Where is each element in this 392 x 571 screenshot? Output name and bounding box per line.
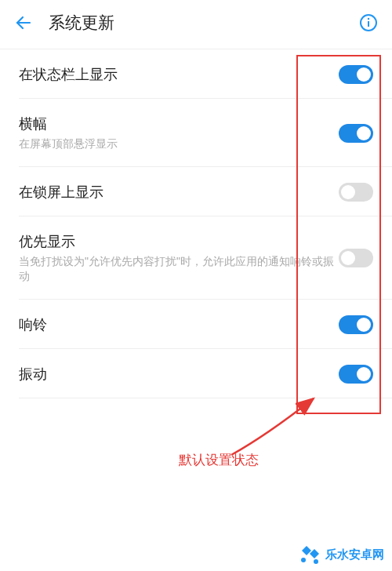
setting-title: 在锁屏上显示 [19, 183, 339, 202]
watermark-text: 乐水安卓网 [325, 547, 384, 562]
svg-point-6 [314, 559, 318, 564]
setting-text: 横幅 在屏幕顶部悬浮显示 [19, 115, 339, 152]
svg-point-5 [301, 558, 306, 562]
setting-text: 在状态栏上显示 [19, 65, 339, 84]
setting-text: 优先显示 当免打扰设为"允许优先内容打扰"时，允许此应用的通知响铃或振动 [19, 232, 339, 285]
watermark-logo-icon [299, 544, 322, 565]
setting-text: 响铃 [19, 315, 339, 334]
toggle-statusbar[interactable] [339, 65, 373, 84]
page-title: 系统更新 [49, 12, 114, 34]
toggle-vibrate[interactable] [339, 365, 373, 384]
setting-subtitle: 在屏幕顶部悬浮显示 [19, 136, 339, 152]
back-arrow-icon[interactable] [14, 13, 33, 32]
setting-subtitle: 当免打扰设为"允许优先内容打扰"时，允许此应用的通知响铃或振动 [19, 254, 339, 285]
header: 系统更新 [0, 0, 392, 45]
setting-title: 在状态栏上显示 [19, 65, 339, 84]
toggle-banner[interactable] [339, 124, 373, 143]
setting-title: 横幅 [19, 115, 339, 133]
setting-title: 优先显示 [19, 232, 339, 251]
setting-row-ring: 响铃 [0, 300, 392, 348]
setting-title: 响铃 [19, 315, 339, 334]
setting-row-lockscreen: 在锁屏上显示 [0, 167, 392, 216]
setting-title: 振动 [19, 365, 339, 384]
setting-text: 振动 [19, 365, 339, 384]
svg-point-3 [368, 18, 369, 20]
settings-list: 在状态栏上显示 横幅 在屏幕顶部悬浮显示 在锁屏上显示 优先显示 当免打扰设为"… [0, 49, 392, 398]
setting-text: 在锁屏上显示 [19, 183, 339, 202]
info-icon[interactable] [359, 13, 378, 32]
setting-row-priority: 优先显示 当免打扰设为"允许优先内容打扰"时，允许此应用的通知响铃或振动 [0, 216, 392, 299]
divider [19, 398, 392, 398]
setting-row-banner: 横幅 在屏幕顶部悬浮显示 [0, 99, 392, 166]
toggle-lockscreen[interactable] [339, 183, 373, 202]
annotation-label: 默认设置状态 [179, 451, 259, 469]
toggle-ring[interactable] [339, 315, 373, 334]
toggle-priority[interactable] [339, 249, 373, 267]
setting-row-vibrate: 振动 [0, 349, 392, 398]
watermark: 乐水安卓网 [299, 544, 384, 565]
setting-row-statusbar: 在状态栏上显示 [0, 49, 392, 98]
annotation-arrow-icon [220, 392, 329, 463]
